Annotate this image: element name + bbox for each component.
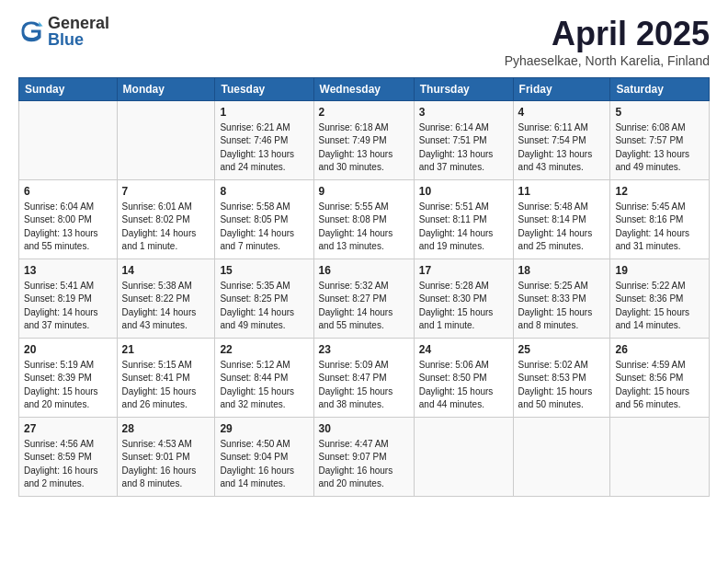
day-cell: 7Sunrise: 6:01 AM Sunset: 8:02 PM Daylig… <box>117 180 215 259</box>
day-info: Sunrise: 4:47 AM Sunset: 9:07 PM Dayligh… <box>319 438 409 491</box>
day-number: 15 <box>220 263 308 279</box>
day-info: Sunrise: 5:28 AM Sunset: 8:30 PM Dayligh… <box>419 280 508 333</box>
logo-text: General Blue <box>48 15 109 48</box>
location-subtitle: Pyhaeselkae, North Karelia, Finland <box>505 53 710 68</box>
day-cell: 22Sunrise: 5:12 AM Sunset: 8:44 PM Dayli… <box>215 339 313 418</box>
day-info: Sunrise: 5:19 AM Sunset: 8:39 PM Dayligh… <box>24 359 112 412</box>
calendar: SundayMondayTuesdayWednesdayThursdayFrid… <box>18 77 710 497</box>
day-number: 6 <box>24 184 112 200</box>
day-header-wednesday: Wednesday <box>313 78 414 101</box>
day-header-sunday: Sunday <box>19 78 118 101</box>
day-info: Sunrise: 5:22 AM Sunset: 8:36 PM Dayligh… <box>615 280 704 333</box>
day-info: Sunrise: 6:14 AM Sunset: 7:51 PM Dayligh… <box>419 121 508 175</box>
day-number: 27 <box>24 421 112 437</box>
day-cell: 16Sunrise: 5:32 AM Sunset: 8:27 PM Dayli… <box>313 259 414 339</box>
week-row-2: 6Sunrise: 6:04 AM Sunset: 8:00 PM Daylig… <box>19 180 710 259</box>
day-info: Sunrise: 5:12 AM Sunset: 8:44 PM Dayligh… <box>220 359 308 412</box>
day-cell: 9Sunrise: 5:55 AM Sunset: 8:08 PM Daylig… <box>313 180 414 259</box>
day-number: 24 <box>419 342 508 358</box>
day-cell: 17Sunrise: 5:28 AM Sunset: 8:30 PM Dayli… <box>414 259 513 339</box>
day-cell: 25Sunrise: 5:02 AM Sunset: 8:53 PM Dayli… <box>513 339 610 418</box>
day-info: Sunrise: 5:35 AM Sunset: 8:25 PM Dayligh… <box>220 280 308 333</box>
day-info: Sunrise: 5:48 AM Sunset: 8:14 PM Dayligh… <box>518 201 606 254</box>
day-info: Sunrise: 5:06 AM Sunset: 8:50 PM Dayligh… <box>419 359 508 412</box>
day-info: Sunrise: 5:55 AM Sunset: 8:08 PM Dayligh… <box>319 201 409 254</box>
day-info: Sunrise: 4:59 AM Sunset: 8:56 PM Dayligh… <box>615 359 704 412</box>
day-number: 28 <box>122 421 210 437</box>
day-cell: 26Sunrise: 4:59 AM Sunset: 8:56 PM Dayli… <box>610 339 710 418</box>
day-number: 19 <box>615 263 704 279</box>
day-info: Sunrise: 6:01 AM Sunset: 8:02 PM Dayligh… <box>122 201 210 254</box>
logo-blue: Blue <box>48 31 109 48</box>
day-info: Sunrise: 6:08 AM Sunset: 7:57 PM Dayligh… <box>615 121 704 175</box>
day-cell <box>610 418 710 497</box>
week-row-5: 27Sunrise: 4:56 AM Sunset: 8:59 PM Dayli… <box>19 418 710 497</box>
day-cell <box>19 101 118 180</box>
day-info: Sunrise: 5:41 AM Sunset: 8:19 PM Dayligh… <box>24 280 112 333</box>
day-info: Sunrise: 5:32 AM Sunset: 8:27 PM Dayligh… <box>319 280 409 333</box>
day-cell: 5Sunrise: 6:08 AM Sunset: 7:57 PM Daylig… <box>610 101 710 180</box>
days-row: SundayMondayTuesdayWednesdayThursdayFrid… <box>19 78 710 101</box>
header: General Blue April 2025 Pyhaeselkae, Nor… <box>18 15 710 68</box>
day-cell <box>513 418 610 497</box>
day-number: 20 <box>24 342 112 358</box>
day-number: 26 <box>615 342 704 358</box>
day-cell: 24Sunrise: 5:06 AM Sunset: 8:50 PM Dayli… <box>414 339 513 418</box>
day-cell: 4Sunrise: 6:11 AM Sunset: 7:54 PM Daylig… <box>513 101 610 180</box>
day-cell: 28Sunrise: 4:53 AM Sunset: 9:01 PM Dayli… <box>117 418 215 497</box>
day-number: 1 <box>220 105 308 121</box>
day-header-thursday: Thursday <box>414 78 513 101</box>
day-info: Sunrise: 6:11 AM Sunset: 7:54 PM Dayligh… <box>518 121 606 175</box>
day-number: 9 <box>319 184 409 200</box>
day-info: Sunrise: 4:56 AM Sunset: 8:59 PM Dayligh… <box>24 438 112 491</box>
logo-icon <box>18 18 44 44</box>
day-info: Sunrise: 6:04 AM Sunset: 8:00 PM Dayligh… <box>24 201 112 254</box>
day-number: 22 <box>220 342 308 358</box>
day-cell: 21Sunrise: 5:15 AM Sunset: 8:41 PM Dayli… <box>117 339 215 418</box>
day-cell: 23Sunrise: 5:09 AM Sunset: 8:47 PM Dayli… <box>313 339 414 418</box>
day-cell <box>414 418 513 497</box>
day-number: 29 <box>220 421 308 437</box>
day-info: Sunrise: 5:25 AM Sunset: 8:33 PM Dayligh… <box>518 280 606 333</box>
calendar-body: 1Sunrise: 6:21 AM Sunset: 7:46 PM Daylig… <box>19 101 710 497</box>
title-block: April 2025 Pyhaeselkae, North Karelia, F… <box>505 15 710 68</box>
day-cell: 18Sunrise: 5:25 AM Sunset: 8:33 PM Dayli… <box>513 259 610 339</box>
logo: General Blue <box>18 15 109 48</box>
day-cell: 27Sunrise: 4:56 AM Sunset: 8:59 PM Dayli… <box>19 418 118 497</box>
day-info: Sunrise: 5:15 AM Sunset: 8:41 PM Dayligh… <box>122 359 210 412</box>
day-cell: 2Sunrise: 6:18 AM Sunset: 7:49 PM Daylig… <box>313 101 414 180</box>
week-row-3: 13Sunrise: 5:41 AM Sunset: 8:19 PM Dayli… <box>19 259 710 339</box>
day-cell: 8Sunrise: 5:58 AM Sunset: 8:05 PM Daylig… <box>215 180 313 259</box>
day-number: 21 <box>122 342 210 358</box>
day-header-monday: Monday <box>117 78 215 101</box>
day-info: Sunrise: 4:53 AM Sunset: 9:01 PM Dayligh… <box>122 438 210 491</box>
day-cell: 11Sunrise: 5:48 AM Sunset: 8:14 PM Dayli… <box>513 180 610 259</box>
day-number: 5 <box>615 105 704 121</box>
day-cell: 20Sunrise: 5:19 AM Sunset: 8:39 PM Dayli… <box>19 339 118 418</box>
day-info: Sunrise: 6:18 AM Sunset: 7:49 PM Dayligh… <box>319 121 409 175</box>
day-info: Sunrise: 6:21 AM Sunset: 7:46 PM Dayligh… <box>220 121 308 175</box>
day-number: 18 <box>518 263 606 279</box>
day-number: 11 <box>518 184 606 200</box>
day-number: 10 <box>419 184 508 200</box>
day-cell: 19Sunrise: 5:22 AM Sunset: 8:36 PM Dayli… <box>610 259 710 339</box>
day-info: Sunrise: 5:51 AM Sunset: 8:11 PM Dayligh… <box>419 201 508 254</box>
day-cell: 12Sunrise: 5:45 AM Sunset: 8:16 PM Dayli… <box>610 180 710 259</box>
day-cell: 6Sunrise: 6:04 AM Sunset: 8:00 PM Daylig… <box>19 180 118 259</box>
day-info: Sunrise: 5:09 AM Sunset: 8:47 PM Dayligh… <box>319 359 409 412</box>
day-number: 23 <box>319 342 409 358</box>
logo-general: General <box>48 15 109 31</box>
month-title: April 2025 <box>505 15 710 53</box>
day-number: 4 <box>518 105 606 121</box>
day-cell: 30Sunrise: 4:47 AM Sunset: 9:07 PM Dayli… <box>313 418 414 497</box>
day-number: 7 <box>122 184 210 200</box>
day-cell: 15Sunrise: 5:35 AM Sunset: 8:25 PM Dayli… <box>215 259 313 339</box>
day-cell <box>117 101 215 180</box>
day-cell: 3Sunrise: 6:14 AM Sunset: 7:51 PM Daylig… <box>414 101 513 180</box>
day-number: 8 <box>220 184 308 200</box>
day-number: 25 <box>518 342 606 358</box>
day-number: 12 <box>615 184 704 200</box>
day-number: 3 <box>419 105 508 121</box>
day-cell: 29Sunrise: 4:50 AM Sunset: 9:04 PM Dayli… <box>215 418 313 497</box>
day-header-saturday: Saturday <box>610 78 710 101</box>
